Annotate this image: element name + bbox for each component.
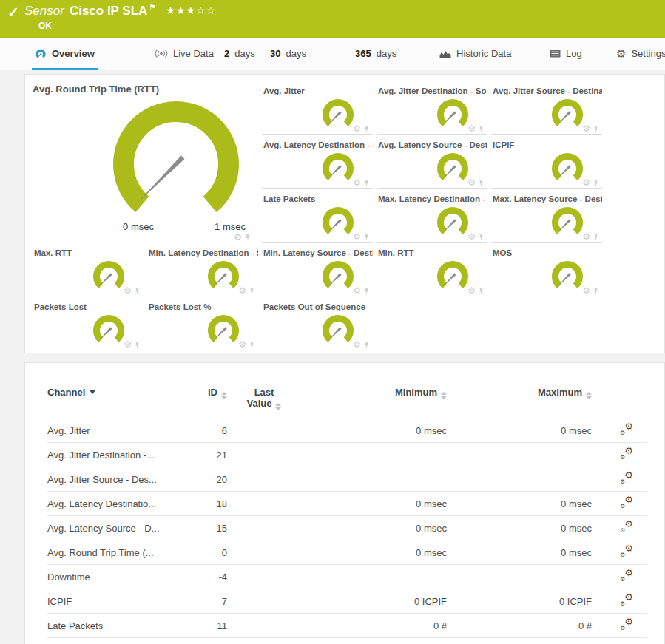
gear-icon[interactable]: ⚙ [467,232,476,241]
channel-name-cell[interactable]: Avg. Jitter Destination -... [47,443,184,467]
channel-settings-gears-icon[interactable]: ⚙⚙ [620,472,633,484]
tab-2-days[interactable]: 2 days [221,38,258,70]
gauge-cell: Max. Latency Source - Destin...⚙ [491,194,602,243]
gear-icon[interactable]: ⚙ [582,178,590,187]
gear-icon[interactable]: ⚙ [353,286,361,295]
gear-icon[interactable]: ⚙ [467,178,476,187]
channel-settings-gears-icon[interactable]: ⚙⚙ [620,618,633,631]
channel-name-cell[interactable]: Late Packets [47,614,184,638]
channel-id-cell: 20 [184,467,227,492]
channel-gauge [549,95,586,132]
channel-name-cell[interactable]: Avg. Round Trip Time (... [47,540,184,565]
pin-icon[interactable] [593,179,599,187]
gauge-title: Min. RTT [378,248,487,257]
pin-icon[interactable] [478,125,485,133]
gear-icon[interactable]: ⚙ [353,232,361,241]
table-row: ICPIF70 ICPIF0 ICPIF⚙⚙ [47,589,647,614]
pin-icon[interactable] [249,287,255,295]
column-header-channel[interactable]: Channel [47,382,184,418]
pin-icon[interactable] [478,287,485,295]
channel-last-value-cell [227,614,301,638]
gear-icon[interactable]: ⚙ [238,340,246,349]
channel-id-cell: 0 [184,540,227,565]
tab-settings[interactable]: ⚙ Settings [613,38,665,70]
pin-icon[interactable] [134,341,141,349]
gear-icon[interactable]: ⚙ [353,124,361,133]
gear-icon[interactable]: ⚙ [124,340,132,349]
gauge-cell: Min. Latency Source - Destina...⚙ [262,248,373,296]
pin-icon[interactable] [249,341,255,349]
pin-icon[interactable] [363,125,370,133]
channel-settings-gears-icon[interactable]: ⚙⚙ [620,496,633,509]
sort-icon [275,403,281,410]
channel-name-cell[interactable]: Avg. Jitter Source - Des... [47,467,184,492]
channel-name-cell[interactable]: Avg. Jitter [47,418,184,443]
tab-historic-data[interactable]: Historic Data [436,38,514,70]
gear-icon[interactable]: ⚙ [353,340,361,349]
tab-number: 2 [224,48,229,59]
gauge-cell: MOS⚙ [491,248,602,296]
gauge-title: Avg. Latency Source - Destin... [378,140,487,149]
channel-id-cell: 11 [184,614,227,638]
channel-name-cell[interactable]: Downtime [47,565,184,589]
tab-live-data[interactable]: Live Data [152,38,217,70]
gear-icon[interactable]: ⚙ [234,233,242,242]
gauge-title: Packets Lost % [149,302,258,311]
tab-bar: Overview Live Data 2 days 30 days 365 da… [0,38,665,70]
gauge-cell: Packets Lost⚙ [33,302,144,350]
tab-label: days [234,48,254,59]
pin-icon[interactable] [593,287,599,295]
gear-icon[interactable]: ⚙ [238,286,246,295]
channel-gauge [320,203,357,240]
pin-icon[interactable] [593,125,599,133]
channel-gauge [434,95,471,132]
channel-settings-gears-icon[interactable]: ⚙⚙ [620,569,633,582]
gear-icon[interactable]: ⚙ [582,124,590,133]
tab-overview[interactable]: Overview [32,38,98,70]
pin-icon[interactable] [363,233,370,241]
table-header-row: Channel ID Last Value Minimum Maximum [47,382,647,418]
pin-icon[interactable] [244,233,252,242]
channel-name-cell[interactable]: Avg. Latency Destinatio... [47,492,184,516]
channel-name-cell[interactable]: ICPIF [47,589,184,614]
pin-icon[interactable] [478,233,485,241]
gauge-cell: Max. RTT⚙ [33,248,144,296]
gauge-cell: ICPIF⚙ [491,140,602,189]
channel-settings-gears-icon[interactable]: ⚙⚙ [620,423,633,435]
pin-icon[interactable] [363,341,370,349]
channel-settings-gears-icon[interactable]: ⚙⚙ [620,521,633,533]
channel-settings-gears-icon[interactable]: ⚙⚙ [620,545,633,557]
tab-log[interactable]: Log [547,38,585,70]
table-row: Avg. Jitter Source - Des...20⚙⚙ [47,467,647,492]
channel-id-cell: 18 [184,492,227,516]
column-header-minimum[interactable]: Minimum [301,382,447,418]
channel-settings-gears-icon[interactable]: ⚙⚙ [620,594,633,606]
pin-icon[interactable] [363,287,370,295]
channel-minimum-cell: 0 msec [301,516,447,540]
ok-check-icon: ✓ [7,4,19,21]
tab-30-days[interactable]: 30 days [267,38,309,70]
gauge-cell: Avg. Latency Destination - So...⚙ [262,140,373,189]
column-header-id[interactable]: ID [184,382,227,418]
priority-stars[interactable]: ★★★☆☆ [166,4,216,16]
pin-icon[interactable] [134,287,141,295]
column-header-maximum[interactable]: Maximum [447,382,592,418]
pin-icon[interactable] [363,179,370,187]
gear-icon[interactable]: ⚙ [582,286,590,295]
channel-name-cell[interactable]: Avg. Latency Source - D... [47,516,184,540]
column-header-last-value[interactable]: Last Value [227,382,301,418]
pin-icon[interactable] [593,233,599,241]
tab-365-days[interactable]: 365 days [352,38,399,70]
channel-maximum-cell: 0 msec [447,540,592,565]
channel-gauge [90,311,127,348]
gear-icon[interactable]: ⚙ [582,232,590,241]
flag-icon[interactable]: ⚑ [149,3,155,11]
gear-icon[interactable]: ⚙ [467,124,476,133]
gear-icon[interactable]: ⚙ [467,286,476,295]
gauge-icon [35,48,47,60]
channel-settings-gears-icon[interactable]: ⚙⚙ [620,447,633,460]
gear-icon[interactable]: ⚙ [124,286,132,295]
log-list-icon [550,50,561,58]
gear-icon[interactable]: ⚙ [353,178,361,187]
pin-icon[interactable] [478,179,485,187]
